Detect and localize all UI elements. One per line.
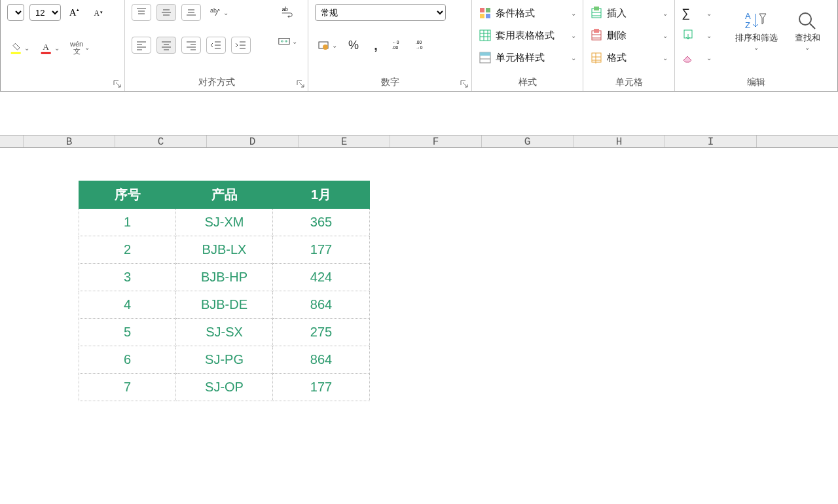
orientation-button[interactable]: ab⌄ bbox=[206, 4, 231, 21]
svg-rect-19 bbox=[486, 14, 490, 18]
svg-text:→0: →0 bbox=[416, 45, 423, 50]
align-bottom-button[interactable] bbox=[181, 4, 201, 21]
align-left-button[interactable] bbox=[132, 37, 151, 54]
table-cell[interactable]: 5 bbox=[79, 319, 176, 346]
table-cell[interactable]: 1 bbox=[79, 209, 176, 236]
format-cells-icon bbox=[590, 51, 603, 64]
table-cell[interactable]: 864 bbox=[273, 291, 370, 319]
table-cell[interactable]: 177 bbox=[273, 374, 370, 401]
sort-filter-icon: AZ bbox=[745, 10, 767, 32]
conditional-format-button[interactable]: 条件格式⌄ bbox=[479, 4, 576, 22]
clear-button[interactable]: ⌄ bbox=[682, 48, 712, 67]
conditional-format-icon bbox=[479, 7, 492, 20]
phonetic-guide-button[interactable]: wén 文⌄ bbox=[67, 39, 92, 56]
font-dialog-launcher[interactable] bbox=[113, 79, 122, 88]
number-group-label: 数字 bbox=[308, 77, 471, 88]
fill-color-button[interactable]: ⌄ bbox=[7, 39, 32, 56]
align-middle-button[interactable] bbox=[156, 4, 176, 21]
align-center-button[interactable] bbox=[156, 37, 176, 54]
table-cell[interactable]: SJ-OP bbox=[176, 374, 273, 401]
column-header-row[interactable]: BCDEFGHI bbox=[0, 135, 838, 148]
table-cell[interactable]: 864 bbox=[273, 346, 370, 374]
insert-button[interactable]: 插入⌄ bbox=[590, 4, 668, 22]
svg-text:▾: ▾ bbox=[100, 10, 103, 14]
wrap-text-button[interactable]: ab bbox=[275, 4, 300, 21]
table-header-cell[interactable]: 1月 bbox=[273, 181, 370, 209]
decrease-indent-button[interactable] bbox=[206, 37, 226, 54]
table-cell[interactable]: 7 bbox=[79, 374, 176, 401]
table-cell[interactable]: 4 bbox=[79, 291, 176, 319]
svg-rect-27 bbox=[592, 53, 601, 62]
ribbon: 12 A▴ A▾ ⌄ A ⌄ wén 文⌄ bbox=[0, 0, 838, 92]
column-header[interactable] bbox=[0, 135, 24, 147]
column-header[interactable]: C bbox=[115, 135, 207, 147]
comma-button[interactable]: , bbox=[367, 37, 384, 54]
fill-button[interactable]: ⌄ bbox=[682, 26, 712, 45]
table-cell[interactable]: BJB-HP bbox=[176, 264, 273, 291]
table-cell[interactable]: SJ-SX bbox=[176, 319, 273, 346]
ribbon-group-alignment: ab⌄ ab ⌄ 对齐方式 bbox=[125, 0, 308, 91]
svg-rect-20 bbox=[480, 30, 490, 41]
currency-button[interactable]: ⌄ bbox=[315, 37, 340, 54]
styles-group-label: 样式 bbox=[472, 77, 583, 88]
font-color-button[interactable]: A ⌄ bbox=[37, 39, 62, 56]
delete-button[interactable]: 删除⌄ bbox=[590, 26, 668, 45]
svg-text:A: A bbox=[94, 9, 100, 18]
table-cell[interactable]: 2 bbox=[79, 236, 176, 264]
svg-rect-17 bbox=[486, 8, 490, 12]
table-cell[interactable]: 177 bbox=[273, 236, 370, 264]
format-button[interactable]: 格式⌄ bbox=[590, 48, 668, 67]
column-header[interactable]: B bbox=[24, 135, 115, 147]
alignment-dialog-launcher[interactable] bbox=[296, 79, 305, 88]
insert-cells-icon bbox=[590, 7, 603, 20]
table-cell[interactable]: 365 bbox=[273, 209, 370, 236]
increase-indent-button[interactable] bbox=[231, 37, 251, 54]
table-cell[interactable]: SJ-XM bbox=[176, 209, 273, 236]
table-cell[interactable]: 424 bbox=[273, 264, 370, 291]
font-name-select[interactable] bbox=[7, 4, 24, 21]
number-format-select[interactable]: 常规 bbox=[315, 4, 446, 21]
column-header[interactable]: G bbox=[482, 135, 574, 147]
percent-button[interactable]: % bbox=[345, 37, 362, 54]
table-cell[interactable]: 275 bbox=[273, 319, 370, 346]
column-header[interactable]: E bbox=[299, 135, 390, 147]
ribbon-group-styles: 条件格式⌄ 套用表格格式⌄ 单元格样式⌄ 样式 bbox=[472, 0, 583, 91]
table-cell[interactable]: 6 bbox=[79, 346, 176, 374]
find-select-button[interactable]: 查找和⌄ bbox=[784, 4, 831, 56]
svg-point-11 bbox=[323, 45, 328, 50]
increase-decimal-button[interactable]: ←0.00 bbox=[390, 37, 408, 54]
table-row: 2BJB-LX177 bbox=[79, 236, 370, 264]
sort-filter-button[interactable]: AZ 排序和筛选⌄ bbox=[733, 4, 780, 56]
font-size-select[interactable]: 12 bbox=[29, 4, 61, 21]
svg-rect-4 bbox=[11, 52, 21, 54]
table-row: 6SJ-PG864 bbox=[79, 346, 370, 374]
ribbon-group-cells: 插入⌄ 删除⌄ 格式⌄ 单元格 bbox=[583, 0, 675, 91]
decrease-font-button[interactable]: A▾ bbox=[90, 4, 108, 21]
merge-cells-button[interactable]: ⌄ bbox=[275, 33, 300, 50]
number-dialog-launcher[interactable] bbox=[460, 79, 469, 88]
decrease-decimal-button[interactable]: .00→0 bbox=[413, 37, 431, 54]
svg-text:A: A bbox=[69, 7, 77, 18]
column-header[interactable]: I bbox=[665, 135, 757, 147]
cell-style-button[interactable]: 单元格样式⌄ bbox=[479, 48, 576, 67]
align-right-button[interactable] bbox=[181, 37, 201, 54]
table-format-button[interactable]: 套用表格格式⌄ bbox=[479, 26, 576, 45]
table-cell[interactable]: BJB-LX bbox=[176, 236, 273, 264]
column-header[interactable]: F bbox=[390, 135, 482, 147]
table-cell[interactable]: BJB-DE bbox=[176, 291, 273, 319]
table-cell[interactable]: SJ-PG bbox=[176, 346, 273, 374]
sheet-body[interactable]: 序号产品1月 1SJ-XM3652BJB-LX1773BJB-HP4244BJB… bbox=[0, 148, 838, 504]
increase-font-button[interactable]: A▴ bbox=[66, 4, 84, 21]
column-header[interactable]: D bbox=[207, 135, 299, 147]
autosum-button[interactable]: ∑⌄ bbox=[682, 4, 712, 22]
table-header-cell[interactable]: 产品 bbox=[176, 181, 273, 209]
svg-point-31 bbox=[799, 13, 811, 25]
alignment-group-label: 对齐方式 bbox=[125, 77, 308, 88]
align-top-button[interactable] bbox=[132, 4, 151, 21]
column-header[interactable]: H bbox=[574, 135, 665, 147]
data-table: 序号产品1月 1SJ-XM3652BJB-LX1773BJB-HP4244BJB… bbox=[79, 181, 370, 401]
table-header-cell[interactable]: 序号 bbox=[79, 181, 176, 209]
table-row: 5SJ-SX275 bbox=[79, 319, 370, 346]
table-cell[interactable]: 3 bbox=[79, 264, 176, 291]
svg-text:ab: ab bbox=[210, 7, 217, 14]
